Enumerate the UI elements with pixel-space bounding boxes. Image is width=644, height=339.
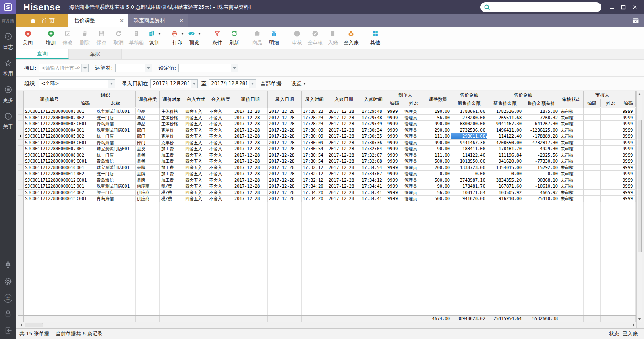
grid-cell[interactable]: SJC00117122800000011 (24, 171, 75, 177)
rocket-icon[interactable] (4, 260, 12, 271)
grid-cell[interactable]: 2017-12-28 (233, 133, 268, 140)
grid-cell[interactable]: 部门 (136, 133, 160, 140)
grid-cell[interactable]: 90.00 (425, 146, 451, 152)
column-header[interactable]: 调价对象 (160, 91, 184, 108)
grid-cell[interactable]: 1338723.00 (451, 165, 487, 171)
grid-cell[interactable]: 56.00 (425, 190, 451, 196)
row-indicator[interactable] (18, 196, 24, 202)
grid-cell[interactable] (601, 183, 621, 190)
table-row[interactable]: SJC00117122800000013001珠宝测试门店001供应商税/费四舍… (18, 183, 636, 190)
grid-cell[interactable]: 未审核 (559, 165, 584, 171)
grid-cell[interactable]: 293011.68 (451, 133, 487, 140)
grid-cell[interactable] (584, 165, 601, 171)
grid-cell[interactable]: 9999 (621, 152, 636, 159)
grid-cell[interactable]: 190.00 (425, 108, 451, 115)
grid-cell[interactable]: 0.00 (425, 171, 451, 177)
grid-cell[interactable]: 9999 (386, 152, 403, 159)
combo-dropdown-icon[interactable] (81, 64, 88, 72)
grid-cell[interactable]: SJC00117122800000013 (24, 183, 75, 190)
grid-cell[interactable]: 9999 (621, 158, 636, 165)
grid-cell[interactable]: 税/费 (160, 183, 184, 190)
grid-cell[interactable]: 管理员 (403, 190, 425, 196)
grid-cell[interactable] (584, 171, 601, 177)
grid-cell[interactable]: 加工费 (160, 177, 184, 184)
grid-cell[interactable]: 部门 (136, 127, 160, 134)
grid-cell[interactable]: 珠宝测试门店001 (95, 165, 136, 171)
grid-cell[interactable]: 9999 (386, 108, 403, 115)
grid-cell[interactable] (584, 196, 601, 202)
column-header[interactable]: 舍入方式 (184, 91, 208, 108)
grid-cell[interactable]: 单品 (136, 115, 160, 121)
grid-cell[interactable]: 9999 (386, 190, 403, 196)
grid-cell[interactable]: -7768.32 (523, 115, 559, 121)
grid-cell[interactable]: 17:34:07 (360, 171, 386, 177)
grid-cell[interactable]: 990.00 (425, 140, 451, 146)
grid-cell[interactable]: 四舍五入 (184, 146, 208, 152)
grid-cell[interactable]: 2017-12-28 (327, 108, 360, 115)
maximize-button[interactable] (621, 4, 626, 10)
grid-cell[interactable]: 2017-12-28 (268, 171, 302, 177)
grid-cell[interactable]: 不舍入 (208, 177, 233, 184)
grid-cell[interactable]: 不舍入 (208, 146, 233, 152)
grid-cell[interactable]: 不舍入 (208, 158, 233, 165)
grid-cell[interactable]: 17:30:54 (302, 146, 327, 152)
grid-cell[interactable]: 9999 (386, 140, 403, 146)
grid-cell[interactable]: 不舍入 (208, 140, 233, 146)
grid-cell[interactable]: 未审核 (559, 190, 584, 196)
row-indicator[interactable] (18, 165, 24, 171)
grid-cell[interactable]: 四舍五入 (184, 133, 208, 140)
scroll-down-icon[interactable] (637, 316, 642, 322)
grid-cell[interactable]: 17:32:12 (302, 171, 327, 177)
column-group-header[interactable]: 售价金额 (487, 91, 559, 99)
grid-cell[interactable]: 9441467.30 (451, 140, 487, 146)
grid-cell[interactable]: 2017-12-28 (327, 183, 360, 190)
grid-cell[interactable] (584, 158, 601, 165)
grid-cell[interactable]: 供应商 (136, 190, 160, 196)
column-header[interactable]: 售价金额差价 (523, 99, 559, 107)
grid-cell[interactable] (584, 127, 601, 134)
grid-cell[interactable]: 9999 (621, 133, 636, 140)
table-row[interactable]: SJC00117122800000010001珠宝测试门店001品牌加工费四舍五… (18, 165, 636, 171)
row-indicator[interactable] (18, 108, 24, 115)
grid-cell[interactable]: 2017-12-28 (233, 158, 268, 165)
grid-cell[interactable]: 2017-12-28 (268, 127, 302, 134)
grid-cell[interactable]: 未审核 (559, 171, 584, 177)
grid-cell[interactable]: 9999 (621, 121, 636, 127)
grid-cell[interactable]: SJC00117122800000001 (24, 108, 75, 115)
grid-cell[interactable]: 9999 (621, 165, 636, 171)
grid-cell[interactable]: 641267.30 (523, 121, 559, 127)
grid-cell[interactable]: 941620.00 (487, 158, 523, 165)
grid-cell[interactable]: 2017-12-28 (233, 177, 268, 184)
grid-cell[interactable]: 未审核 (559, 140, 584, 146)
column-header[interactable]: 编码 (386, 99, 403, 107)
grid-cell[interactable]: 2017-12-28 (268, 152, 302, 159)
grid-cell[interactable]: 103505.92 (487, 190, 523, 196)
grid-cell[interactable]: 9999 (621, 146, 636, 152)
grid-cell[interactable]: 290.00 (425, 127, 451, 134)
grid-cell[interactable]: 四舍五入 (184, 158, 208, 165)
grid-cell[interactable]: 111196.84 (487, 152, 523, 159)
column-header[interactable]: 原售价金额 (451, 99, 487, 107)
grid-cell[interactable]: 990.00 (425, 121, 451, 127)
grid-cell[interactable]: 2017-12-28 (233, 127, 268, 134)
grid-cell[interactable] (584, 140, 601, 146)
grid-cell[interactable]: 2017-12-28 (327, 140, 360, 146)
date-to-combo[interactable]: 2017年12月28日 (209, 79, 256, 88)
grid-cell[interactable]: 4708650.00 (487, 140, 523, 146)
column-header[interactable]: 调价种类 (136, 91, 160, 108)
grid-cell[interactable] (584, 108, 601, 115)
grid-cell[interactable]: 9999 (621, 171, 636, 177)
grid-cell[interactable]: 未审核 (559, 183, 584, 190)
grid-cell[interactable]: 2017-12-28 (268, 158, 302, 165)
column-header[interactable]: 入账时间 (360, 91, 386, 108)
column-group-header[interactable]: 审核人 (584, 91, 621, 99)
grid-cell[interactable]: 500.00 (425, 177, 451, 184)
grid-cell[interactable]: 17:29:48 (360, 115, 386, 121)
grid-cell[interactable]: 品类 (136, 158, 160, 165)
grid-cell[interactable]: C001 (75, 196, 95, 202)
grid-cell[interactable]: 2017-12-28 (327, 146, 360, 152)
sidebar-item-favorites[interactable]: 常用 (3, 59, 13, 77)
grid-cell[interactable]: 2017-12-28 (233, 108, 268, 115)
column-header[interactable]: 舍入精度 (208, 91, 233, 108)
table-row[interactable]: SJC00117122800000002002统一门店单品主体价格四舍五入不舍入… (18, 115, 636, 121)
